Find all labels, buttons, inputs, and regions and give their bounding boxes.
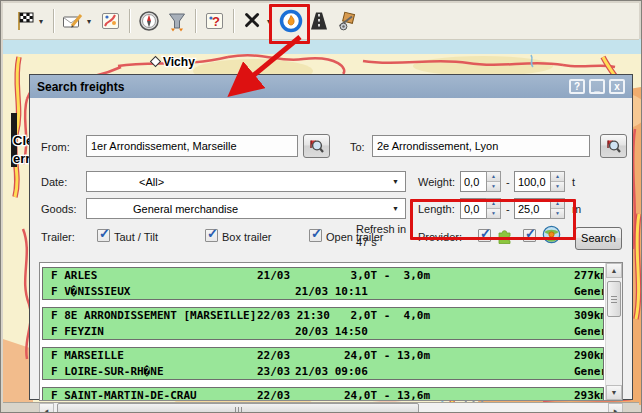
provider-label: Provider:: [418, 231, 462, 243]
dialog-title: Search freights: [37, 80, 124, 94]
length-max-input[interactable]: [514, 198, 550, 219]
box-trailer-checkbox[interactable]: [205, 229, 218, 242]
freight-result[interactable]: F ARLES21/03 3,0T - 3,0m277kmF V�NISSIEU…: [42, 267, 604, 300]
weight-max-input[interactable]: [514, 171, 550, 192]
from-locate-button[interactable]: [303, 134, 330, 158]
refresh-countdown: Refresh in 47 s: [356, 223, 406, 249]
freight-info: 277km: [574, 269, 604, 282]
length-range-dash: -: [506, 203, 510, 215]
horizontal-scrollbar[interactable]: ◂ ▸: [39, 403, 623, 413]
taut-tilt-label: Taut / Tilt: [114, 231, 158, 243]
mail-edit-icon: [61, 9, 85, 33]
vertical-scrollbar-thumb[interactable]: [607, 281, 621, 317]
freight-row[interactable]: F SAINT-MARTIN-DE-CRAU22/0324,0T - 13,6m…: [43, 389, 603, 401]
svg-text:?: ?: [212, 14, 220, 29]
freight-info: 293km: [574, 389, 604, 401]
spin-up-icon[interactable]: ▲: [487, 199, 500, 209]
puzzle-icon: [496, 226, 514, 244]
dialog-titlebar[interactable]: Search freights ? _ x: [30, 75, 632, 98]
freight-loc: F LOIRE-SUR-RH�NE: [51, 365, 164, 378]
length-max-stepper[interactable]: ▲ ▼: [514, 198, 565, 219]
taut-tilt-checkbox[interactable]: [97, 229, 110, 242]
spin-up-icon[interactable]: ▲: [551, 172, 564, 182]
freight-trolley-icon: [335, 9, 359, 33]
weight-min-input[interactable]: [460, 171, 486, 192]
close-button[interactable]: x: [609, 79, 625, 94]
flag-dropdown-caret[interactable]: ▾: [39, 17, 49, 26]
titlebar-buttons: ? _ x: [569, 79, 625, 94]
spin-up-icon[interactable]: ▲: [551, 199, 564, 209]
traffic-info-button[interactable]: [277, 7, 305, 35]
clear-x-icon: [242, 10, 264, 32]
freight-list[interactable]: ▲ ▼ F ARLES21/03 3,0T - 3,0m277kmF V�NIS…: [39, 262, 623, 401]
clear-button[interactable]: [239, 7, 267, 35]
freight-row[interactable]: F FEYZIN20/03 14:50Gener: [43, 325, 603, 340]
date-combobox[interactable]: <All> ▼: [86, 171, 406, 192]
freight-info: Gener: [574, 365, 604, 378]
scroll-left-icon[interactable]: ◂: [39, 403, 54, 413]
provider-1-checkbox[interactable]: [478, 229, 491, 242]
freight-row[interactable]: F V�NISSIEUX21/03 10:11Gener: [43, 285, 603, 300]
help-button[interactable]: ?: [569, 79, 585, 94]
freight-time: 20/03 14:50: [295, 325, 368, 338]
map-help-button[interactable]: ?: [201, 7, 229, 35]
goods-combobox[interactable]: General merchandise ▼: [86, 198, 406, 219]
vertical-scrollbar[interactable]: ▲ ▼: [605, 263, 622, 400]
weight-max-stepper[interactable]: ▲ ▼: [514, 171, 565, 192]
scroll-up-icon[interactable]: ▲: [606, 263, 622, 278]
map-route-button[interactable]: [97, 7, 125, 35]
freight-load: 2,0T - 4,0m: [240, 309, 430, 322]
freight-row[interactable]: F MARSEILLE22/0324,0T - 13,0m290km: [43, 349, 603, 364]
freight-result[interactable]: F MARSEILLE22/0324,0T - 13,0m290kmF LOIR…: [42, 347, 604, 380]
weight-min-stepper[interactable]: ▲ ▼: [460, 171, 501, 192]
toolbar-separator: [233, 9, 235, 33]
toolbar-separator: [129, 9, 131, 33]
filter-icon: [165, 9, 189, 33]
spin-down-icon[interactable]: ▼: [551, 209, 564, 218]
spin-down-icon[interactable]: ▼: [487, 209, 500, 218]
edit-dropdown-caret[interactable]: ▾: [87, 17, 97, 26]
length-min-input[interactable]: [460, 198, 486, 219]
to-locate-button[interactable]: [600, 134, 627, 158]
compass-button[interactable]: [135, 7, 163, 35]
toolbar-separator: [195, 9, 197, 33]
freight-result[interactable]: F SAINT-MARTIN-DE-CRAU22/0324,0T - 13,6m…: [42, 387, 604, 401]
spin-up-icon[interactable]: ▲: [487, 172, 500, 182]
spin-down-icon[interactable]: ▼: [487, 182, 500, 191]
freight-time: 21/03 09:06: [295, 365, 368, 378]
scroll-down-icon[interactable]: ▼: [606, 385, 622, 400]
freight-row[interactable]: F ARLES21/03 3,0T - 3,0m277km: [43, 269, 603, 284]
map-city-label-vichy: Vichy: [163, 55, 195, 69]
length-min-stepper[interactable]: ▲ ▼: [460, 198, 501, 219]
freight-date: 23/03: [257, 365, 290, 378]
route-flag-button[interactable]: [11, 7, 39, 35]
horizontal-scrollbar-thumb[interactable]: [57, 403, 419, 413]
filter-button[interactable]: [163, 7, 191, 35]
box-trailer-label: Box trailer: [222, 231, 272, 243]
to-input[interactable]: [372, 135, 590, 157]
freight-loc: F MARSEILLE: [51, 349, 124, 362]
freight-row[interactable]: F 8E ARRONDISSEMENT [MARSEILLE]22/03 21:…: [43, 309, 603, 324]
map-route-icon: [99, 9, 123, 33]
clear-dropdown-caret[interactable]: ▾: [267, 17, 277, 26]
road-button[interactable]: [305, 7, 333, 35]
search-freights-button[interactable]: [333, 7, 361, 35]
scroll-right-icon[interactable]: ▸: [608, 403, 623, 413]
search-button[interactable]: Search: [575, 227, 622, 250]
toolbar-separator: [53, 9, 55, 33]
freight-row[interactable]: F LOIRE-SUR-RH�NE23/0321/03 09:06Gener: [43, 365, 603, 380]
from-input[interactable]: [86, 135, 298, 157]
globe-icon: [542, 225, 561, 244]
spin-down-icon[interactable]: ▼: [551, 182, 564, 191]
weight-unit: t: [572, 176, 575, 188]
provider-2-checkbox[interactable]: [523, 229, 536, 242]
minimize-button[interactable]: _: [589, 79, 605, 94]
goods-value: General merchandise: [87, 203, 238, 215]
open-trailer-checkbox[interactable]: [309, 229, 322, 242]
edit-message-button[interactable]: [59, 7, 87, 35]
freight-load: 3,0T - 3,0m: [240, 269, 430, 282]
chevron-down-icon: ▼: [392, 205, 399, 212]
freight-loc: F SAINT-MARTIN-DE-CRAU: [51, 389, 197, 401]
freight-result[interactable]: F 8E ARRONDISSEMENT [MARSEILLE]22/03 21:…: [42, 307, 604, 340]
horizontal-scrollbar-track[interactable]: [54, 403, 608, 413]
